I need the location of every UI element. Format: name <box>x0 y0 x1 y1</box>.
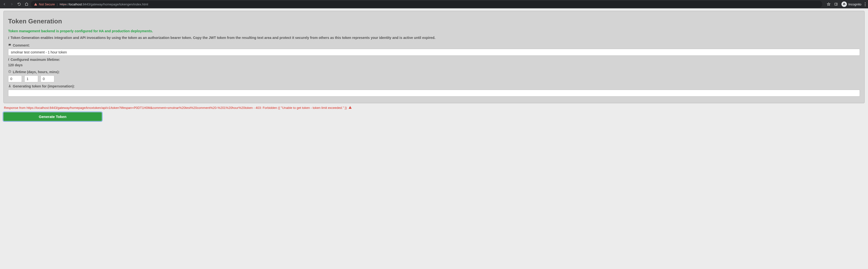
svg-point-5 <box>9 85 10 86</box>
address-bar[interactable]: Not Secure | https://localhost:8443/gate… <box>31 1 822 8</box>
user-icon <box>8 84 11 88</box>
impersonation-input[interactable] <box>8 90 860 97</box>
lifetime-mins-input[interactable] <box>40 75 54 82</box>
nav-buttons <box>2 2 29 6</box>
impersonation-label: Generating token for (impersonation): <box>8 84 860 88</box>
chrome-right: Incognito <box>827 1 866 7</box>
url-text: https://localhost:8443/gateway/homepage/… <box>60 2 148 6</box>
bookmark-star-icon[interactable] <box>827 2 831 6</box>
status-ok-message: Token management backend is properly con… <box>8 29 860 33</box>
comment-field: Comment: <box>8 43 860 56</box>
kebab-menu-icon[interactable] <box>865 2 866 6</box>
lifetime-days-input[interactable] <box>8 75 22 82</box>
error-message: Response from https://localhost:8443/gat… <box>4 106 864 110</box>
back-icon[interactable] <box>2 2 6 6</box>
incognito-label: Incognito <box>848 2 861 6</box>
reload-icon[interactable] <box>17 2 21 6</box>
info-icon: i <box>8 58 9 61</box>
warning-icon <box>348 106 352 110</box>
comment-input[interactable] <box>8 49 860 56</box>
generate-token-button[interactable]: Generate Token <box>3 112 102 121</box>
clock-icon <box>8 70 11 74</box>
not-secure-label: Not Secure <box>39 2 55 6</box>
home-icon[interactable] <box>25 2 29 6</box>
omnibox-separator: | <box>57 2 58 6</box>
lifetime-inputs <box>8 75 860 82</box>
forward-icon[interactable] <box>10 2 14 6</box>
incognito-indicator[interactable]: Incognito <box>841 1 861 7</box>
browser-chrome: Not Secure | https://localhost:8443/gate… <box>0 0 868 8</box>
svg-rect-0 <box>835 3 838 5</box>
panel-icon[interactable] <box>834 2 838 6</box>
not-secure-indicator: Not Secure <box>34 2 55 6</box>
max-lifetime-value: 120 days <box>8 63 860 67</box>
lifetime-field: Lifetime (days, hours, mins): <box>8 70 860 82</box>
max-lifetime-field: i Configured maximum lifetime: 120 days <box>8 58 860 67</box>
info-icon: i <box>8 36 9 40</box>
page: Token Generation Token management backen… <box>0 8 868 126</box>
comment-label: Comment: <box>8 43 860 47</box>
svg-point-3 <box>844 4 845 5</box>
token-generation-panel: Token Generation Token management backen… <box>3 11 865 103</box>
comment-icon <box>8 43 11 47</box>
impersonation-field: Generating token for (impersonation): <box>8 84 860 97</box>
max-lifetime-label: i Configured maximum lifetime: <box>8 58 860 61</box>
incognito-icon <box>841 1 847 7</box>
description-text: i Token Generation enables integration a… <box>8 35 860 41</box>
lifetime-label: Lifetime (days, hours, mins): <box>8 70 860 74</box>
svg-point-2 <box>843 4 844 5</box>
lifetime-hours-input[interactable] <box>24 75 38 82</box>
page-title: Token Generation <box>8 18 860 25</box>
